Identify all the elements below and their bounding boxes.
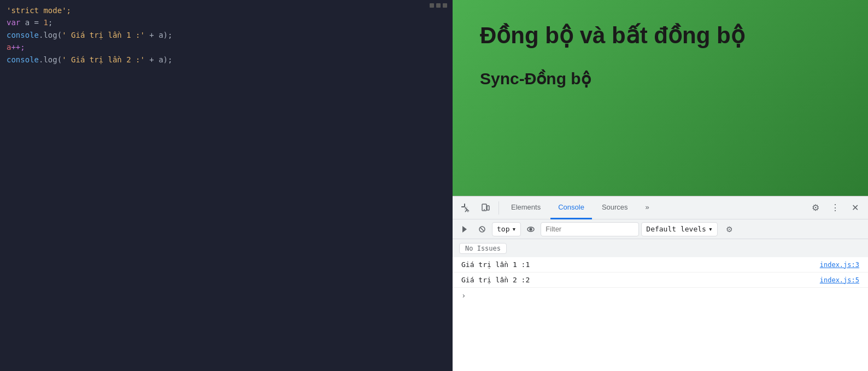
console-file-link[interactable]: index.js:5	[820, 276, 859, 284]
tab-console[interactable]: Console	[550, 196, 592, 219]
svg-line-7	[480, 228, 484, 231]
tab-elements[interactable]: Elements	[503, 196, 548, 219]
console-settings-button[interactable]: ⚙	[722, 222, 737, 237]
page-preview: Đồng bộ và bất đồng bộ Sync-Đồng bộ	[453, 0, 868, 196]
clear-console-button[interactable]	[474, 222, 490, 237]
eye-icon-button[interactable]	[523, 222, 538, 237]
filter-input[interactable]	[541, 222, 639, 236]
console-output: Giá trị lần 1 :1index.js:3Giá trị lần 2 …	[453, 257, 868, 371]
top-context-dropdown[interactable]: top ▾	[492, 222, 521, 236]
preview-title: Đồng bộ và bất đồng bộ	[480, 22, 841, 49]
devtools-close-button[interactable]: ✕	[846, 199, 864, 217]
devtools-more-button[interactable]: ⋮	[826, 199, 844, 217]
code-line: console.log(' Giá trị lần 2 :' + a);	[7, 54, 446, 66]
code-editor: 'strict mode';var a = 1;console.log(' Gi…	[0, 0, 453, 371]
run-script-button[interactable]	[457, 222, 472, 237]
code-line: console.log(' Giá trị lần 1 :' + a);	[7, 29, 446, 41]
tab-sources[interactable]: Sources	[594, 196, 636, 219]
svg-rect-3	[487, 206, 489, 210]
tab-more[interactable]: »	[638, 196, 657, 219]
default-levels-dropdown[interactable]: Default levels ▾	[641, 222, 717, 236]
no-issues-bar: No Issues	[453, 239, 868, 257]
devtools-settings-button[interactable]: ⚙	[807, 199, 824, 217]
svg-rect-1	[461, 206, 465, 207]
devtools-toolbar: top ▾ Default levels ▾ ⚙	[453, 219, 868, 239]
inspect-element-button[interactable]	[457, 199, 474, 217]
no-issues-badge: No Issues	[459, 243, 507, 254]
code-line: 'strict mode';	[7, 4, 446, 16]
console-prompt[interactable]: ›	[453, 288, 868, 303]
console-row: Giá trị lần 2 :2index.js:5	[453, 273, 868, 288]
device-toggle-button[interactable]	[477, 199, 494, 217]
console-file-link[interactable]: index.js:3	[820, 261, 859, 269]
code-line: var a = 1;	[7, 16, 446, 28]
svg-marker-5	[462, 226, 467, 233]
devtools-panel: Elements Console Sources » ⚙ ⋮ ✕	[453, 196, 868, 371]
console-row: Giá trị lần 1 :1index.js:3	[453, 257, 868, 273]
right-panel: Đồng bộ và bất đồng bộ Sync-Đồng bộ	[453, 0, 868, 371]
devtools-topbar: Elements Console Sources » ⚙ ⋮ ✕	[453, 196, 868, 219]
svg-point-9	[530, 228, 532, 230]
preview-subtitle: Sync-Đồng bộ	[480, 69, 841, 88]
code-line: a++;	[7, 41, 446, 53]
